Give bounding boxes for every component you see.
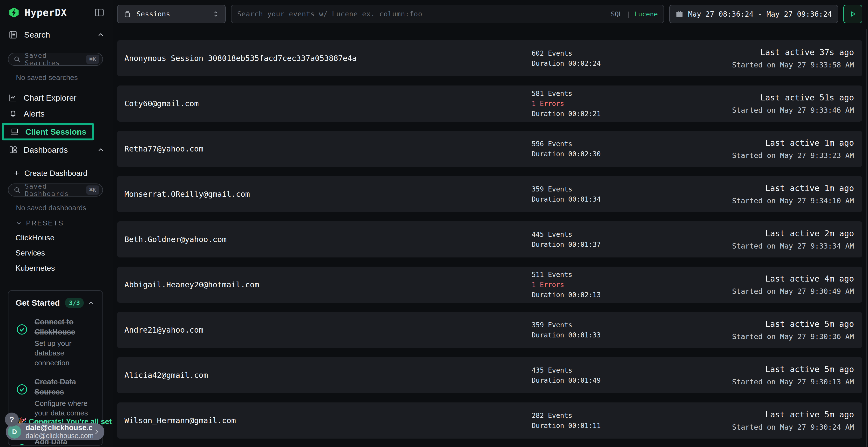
- session-list: Anonymous Session 308018eb535facd7cec337…: [113, 28, 868, 447]
- source-selector[interactable]: Sessions: [117, 5, 226, 23]
- search-icon: [13, 186, 21, 194]
- session-row[interactable]: Coty60@gmail.com 581 Events 1 Errors Dur…: [117, 85, 862, 122]
- saved-searches-input[interactable]: Saved Searches ⌘K: [8, 53, 103, 66]
- session-name: Abbigail.Heaney20@hotmail.com: [117, 280, 532, 289]
- dashboard-grid-icon: [8, 145, 18, 154]
- help-button[interactable]: ?: [5, 413, 19, 426]
- session-activity: Last active 2m ago Started on May 27 9:3…: [732, 229, 862, 250]
- event-search-placeholder: Search your events w/ Lucene ex. column:…: [237, 10, 423, 18]
- user-email: dale@clickhouse.com: [26, 424, 93, 432]
- saved-dashboards-input[interactable]: Saved Dashboards ⌘K: [8, 183, 103, 197]
- session-duration: Duration 00:01:33: [532, 331, 732, 339]
- session-errors: 1 Errors: [532, 100, 732, 108]
- check-circle-icon: [16, 443, 28, 446]
- session-events: 445 Events: [532, 231, 732, 238]
- selector-updown-icon: [212, 10, 220, 18]
- session-row[interactable]: Monserrat.OReilly@gmail.com 359 Events D…: [117, 176, 862, 212]
- session-started: Started on May 27 9:34:10 AM: [732, 197, 854, 205]
- session-events: 596 Events: [532, 140, 732, 148]
- session-last-active: Last active 5m ago: [765, 365, 854, 374]
- get-started-header[interactable]: Get Started 3/3: [16, 298, 95, 308]
- plus-icon: +: [14, 168, 19, 178]
- session-name: Anonymous Session 308018eb535facd7cec337…: [117, 54, 532, 63]
- topbar: Sessions Search your events w/ Lucene ex…: [113, 0, 868, 28]
- session-duration: Duration 00:01:37: [532, 241, 732, 248]
- session-last-active: Last active 5m ago: [765, 319, 854, 329]
- laptop-icon: [10, 127, 20, 137]
- session-duration: Duration 00:02:21: [532, 110, 732, 118]
- client-sessions-selection-box: Client Sessions: [2, 123, 94, 140]
- session-events: 282 Events: [532, 412, 732, 419]
- session-started: Started on May 27 9:33:23 AM: [732, 151, 854, 160]
- bell-icon: [8, 109, 18, 118]
- session-duration: Duration 00:01:49: [532, 376, 732, 384]
- presets-toggle[interactable]: PRESETS: [16, 219, 113, 227]
- time-range-picker[interactable]: May 27 08:36:24 - May 27 09:36:24: [669, 5, 838, 23]
- session-name: Retha77@yahoo.com: [117, 144, 532, 153]
- session-stats: 596 Events Duration 00:02:30: [532, 140, 732, 158]
- session-row[interactable]: Beth.Goldner@yahoo.com 445 Events Durati…: [117, 221, 862, 257]
- session-duration: Duration 00:02:30: [532, 150, 732, 158]
- session-name: Monserrat.OReilly@gmail.com: [117, 190, 532, 199]
- create-dashboard-button[interactable]: + Create Dashboard: [14, 168, 113, 178]
- search-icon: [13, 56, 21, 63]
- session-last-active: Last active 51s ago: [760, 93, 854, 102]
- lucene-mode-toggle[interactable]: Lucene: [634, 10, 658, 18]
- no-saved-searches-text: No saved searches: [16, 73, 113, 82]
- session-row[interactable]: Anonymous Session 308018eb535facd7cec337…: [117, 40, 862, 76]
- session-duration: Duration 00:01:11: [532, 422, 732, 429]
- sidebar-section-search[interactable]: Search: [0, 28, 113, 42]
- divider: [0, 161, 113, 161]
- event-search-input[interactable]: Search your events w/ Lucene ex. column:…: [231, 5, 664, 23]
- collapse-sidebar-icon[interactable]: [94, 7, 105, 18]
- sidebar-item-chart-explorer[interactable]: Chart Explorer: [0, 90, 113, 106]
- sidebar-item-client-sessions[interactable]: Client Sessions: [0, 122, 113, 142]
- scrollbar-track[interactable]: [866, 29, 867, 447]
- preset-item-services[interactable]: Services: [16, 248, 113, 257]
- session-row[interactable]: Abbigail.Heaney20@hotmail.com 511 Events…: [117, 267, 862, 303]
- session-started: Started on May 27 9:30:36 AM: [732, 332, 854, 341]
- get-started-item[interactable]: Connect to ClickHouse Set up your databa…: [16, 317, 95, 368]
- sql-mode-toggle[interactable]: SQL: [611, 10, 623, 18]
- source-selector-value: Sessions: [136, 10, 170, 18]
- session-stats: 602 Events Duration 00:02:24: [532, 49, 732, 67]
- session-activity: Last active 37s ago Started on May 27 9:…: [732, 47, 862, 69]
- sidebar-item-dashboards[interactable]: Dashboards: [0, 142, 113, 158]
- sidebar-item-label: Alerts: [24, 109, 44, 118]
- session-last-active: Last active 5m ago: [765, 410, 854, 419]
- session-row[interactable]: Wilson_Hermann@gmail.com 282 Events Dura…: [117, 403, 862, 439]
- session-started: Started on May 27 9:30:49 AM: [732, 287, 854, 296]
- session-errors: 1 Errors: [532, 281, 732, 289]
- presets-label: PRESETS: [26, 219, 64, 227]
- session-activity: Last active 5m ago Started on May 27 9:3…: [732, 365, 862, 386]
- session-row[interactable]: Andre21@yahoo.com 359 Events Duration 00…: [117, 312, 862, 348]
- app-root: HyperDX Search Saved Se: [0, 0, 868, 447]
- preset-item-clickhouse[interactable]: ClickHouse: [16, 233, 113, 242]
- session-name: Coty60@gmail.com: [117, 99, 532, 108]
- check-circle-icon: [16, 323, 28, 336]
- session-last-active: Last active 37s ago: [760, 47, 854, 57]
- session-name: Alicia42@gmail.com: [117, 371, 532, 380]
- divider: [0, 46, 113, 46]
- session-duration: Duration 00:02:13: [532, 291, 732, 299]
- get-started-item-desc: Set up your database connection: [34, 339, 95, 368]
- check-circle-icon: [16, 383, 28, 396]
- play-icon: [849, 10, 857, 18]
- journal-icon: [8, 30, 18, 39]
- session-events: 435 Events: [532, 366, 732, 374]
- run-search-button[interactable]: [843, 5, 862, 23]
- get-started-title: Get Started: [16, 298, 60, 308]
- get-started-progress-badge: 3/3: [65, 298, 84, 308]
- session-row[interactable]: Retha77@yahoo.com 596 Events Duration 00…: [117, 131, 862, 167]
- session-stats: 445 Events Duration 00:01:37: [532, 231, 732, 248]
- sidebar-section-search-label: Search: [24, 30, 50, 39]
- time-range-value: May 27 08:36:24 - May 27 09:36:24: [688, 10, 832, 18]
- preset-item-kubernetes[interactable]: Kubernetes: [16, 264, 113, 273]
- session-row[interactable]: Alicia42@gmail.com 435 Events Duration 0…: [117, 357, 862, 393]
- session-activity: Last active 1m ago Started on May 27 9:3…: [732, 138, 862, 160]
- sidebar-item-alerts[interactable]: Alerts: [0, 106, 113, 122]
- user-menu[interactable]: D dale@clickhouse.com dale@clickhouse.co…: [6, 423, 104, 440]
- session-name: Wilson_Hermann@gmail.com: [117, 416, 532, 425]
- mode-divider: |: [626, 10, 630, 18]
- session-events: 581 Events: [532, 90, 732, 98]
